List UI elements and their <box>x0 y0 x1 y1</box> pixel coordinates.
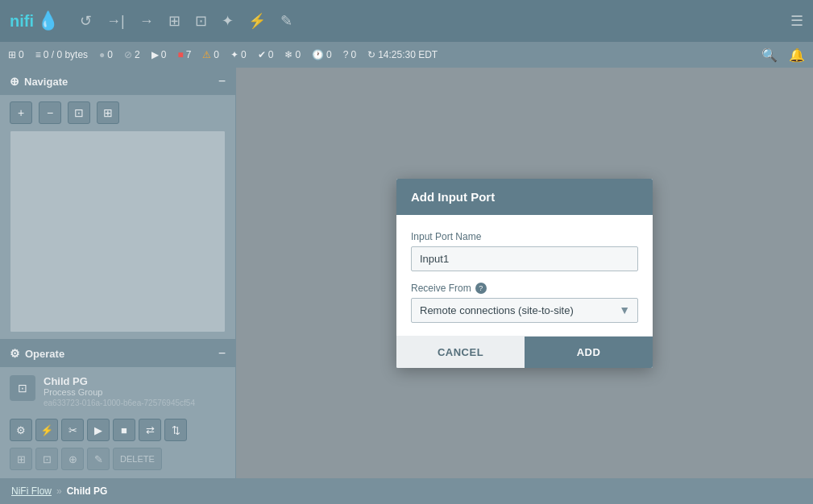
receive-from-label: Receive From ? <box>411 283 638 294</box>
modal-footer: CANCEL ADD <box>396 336 653 368</box>
enable-action-button[interactable]: ⚡ <box>35 419 58 441</box>
left-panel: ⊕ Navigate − + − ⊡ ⊞ ⚙ Operate − ⊡ <box>0 68 236 478</box>
operate-collapse-button[interactable]: − <box>218 346 226 361</box>
breadcrumb-current: Child PG <box>67 485 108 497</box>
grid-value: 0 <box>19 49 24 60</box>
status-stop: ■ 7 <box>177 49 191 60</box>
toolbar-port-icon[interactable]: ✦ <box>222 12 234 30</box>
add-input-port-modal: Add Input Port Input Port Name Receive F… <box>396 179 653 368</box>
navigate-controls: + − ⊡ ⊞ <box>0 95 235 130</box>
toolbar-menu[interactable]: ☰ <box>790 12 803 30</box>
start-action-button[interactable]: ▶ <box>87 419 110 441</box>
operate-item-name: Child PG <box>44 375 195 387</box>
operate-section: ⚙ Operate − ⊡ Child PG Process Group ea6… <box>0 339 235 478</box>
bytes-icon: ≡ <box>35 49 41 60</box>
copy-action-button[interactable]: ⊞ <box>10 448 32 470</box>
receive-from-select[interactable]: Remote connections (site-to-site) Local … <box>411 298 638 323</box>
clock-icon: 🕐 <box>312 49 324 60</box>
actual-size-button[interactable]: ⊞ <box>97 101 119 124</box>
stop-value: 7 <box>186 49 192 60</box>
port-name-input[interactable] <box>411 246 638 271</box>
operate-icon: ⚙ <box>10 347 20 360</box>
breadcrumb-root[interactable]: NiFi Flow <box>11 485 52 497</box>
running-icon: ● <box>99 49 105 60</box>
toolbar-template-icon[interactable]: ⊡ <box>195 12 207 30</box>
snowflake-value: 0 <box>295 49 301 60</box>
receive-from-help-icon[interactable]: ? <box>475 283 487 294</box>
operate-item: ⊡ Child PG Process Group ea633723-016a-1… <box>0 367 235 415</box>
zoom-in-button[interactable]: + <box>10 101 32 124</box>
bytes-value: 0 / 0 bytes <box>44 49 88 60</box>
logo-text: nifi <box>10 12 34 31</box>
question-icon: ? <box>343 49 349 60</box>
cancel-button[interactable]: CANCEL <box>396 337 525 368</box>
edit-action-button[interactable]: ✎ <box>87 448 110 470</box>
clock-value: 0 <box>326 49 332 60</box>
play-icon: ▶ <box>151 49 159 60</box>
paste-action-button[interactable]: ⊡ <box>35 448 58 470</box>
status-bytes: ≡ 0 / 0 bytes <box>35 49 88 60</box>
modal-overlay: Add Input Port Input Port Name Receive F… <box>236 68 813 478</box>
warn-icon: ⚠ <box>202 49 211 60</box>
receive-from-label-text: Receive From <box>411 283 471 294</box>
canvas-area: Add Input Port Input Port Name Receive F… <box>236 68 813 478</box>
stop-action-button[interactable]: ■ <box>113 419 135 441</box>
status-bar: ⊞ 0 ≡ 0 / 0 bytes ● 0 ⊘ 2 ▶ 0 ■ 7 ⚠ 0 ✦ … <box>0 42 813 68</box>
move-action-button[interactable]: ⇅ <box>164 419 187 441</box>
port-name-label: Input Port Name <box>411 231 638 242</box>
status-snowflake: ❄ 0 <box>284 49 301 60</box>
status-invalid: ✦ 0 <box>230 49 247 60</box>
delete-action-button[interactable]: DELETE <box>113 448 162 470</box>
check-value: 0 <box>268 49 274 60</box>
stopped-value: 2 <box>135 49 140 60</box>
check-icon: ✔ <box>258 49 266 60</box>
status-grid: ⊞ 0 <box>8 49 24 60</box>
fit-button[interactable]: ⊡ <box>68 101 90 124</box>
invalid-value: 0 <box>241 49 247 60</box>
app-logo: nifi 💧 <box>10 10 59 31</box>
toolbar-edit-icon[interactable]: ✎ <box>280 12 292 30</box>
port-name-label-text: Input Port Name <box>411 231 481 242</box>
status-time: ↻ 14:25:30 EDT <box>367 49 438 60</box>
status-check: ✔ 0 <box>258 49 274 60</box>
navigate-canvas <box>10 130 226 333</box>
play-value: 0 <box>161 49 167 60</box>
status-stopped: ⊘ 2 <box>124 49 140 60</box>
warn-value: 0 <box>214 49 219 60</box>
operate-panel-header: ⚙ Operate − <box>0 340 235 367</box>
settings-action-button[interactable]: ⚙ <box>10 419 32 441</box>
refresh-clock-icon: ↻ <box>367 49 375 60</box>
toolbar-download-icon[interactable]: → <box>139 13 154 30</box>
template-action-button[interactable]: ⇄ <box>139 419 161 441</box>
toolbar-flow-icon[interactable]: ⚡ <box>248 12 266 30</box>
toolbar-refresh-icon[interactable]: ↺ <box>80 12 92 30</box>
toolbar-upload-icon[interactable]: →| <box>106 13 125 30</box>
navigate-panel-title: Navigate <box>24 76 68 88</box>
hamburger-icon[interactable]: ☰ <box>790 13 803 29</box>
modal-header: Add Input Port <box>396 179 653 215</box>
status-running: ● 0 <box>99 49 113 60</box>
stopped-icon: ⊘ <box>124 49 132 60</box>
status-clock: 🕐 0 <box>312 49 332 60</box>
zoom-out-button[interactable]: − <box>39 101 61 124</box>
invalid-icon: ✦ <box>230 49 239 60</box>
navigate-collapse-button[interactable]: − <box>218 74 226 89</box>
toolbar-group-icon[interactable]: ⊞ <box>168 12 180 30</box>
process-group-icon: ⊡ <box>18 382 27 395</box>
notifications-icon[interactable]: 🔔 <box>789 48 805 63</box>
operate-item-type: Process Group <box>44 387 195 397</box>
breadcrumb-bar: NiFi Flow » Child PG <box>0 478 813 504</box>
logo-drop-icon: 💧 <box>37 10 59 31</box>
status-question: ? 0 <box>343 49 356 60</box>
time-value: 14:25:30 EDT <box>378 49 438 60</box>
operate-item-info: Child PG Process Group ea633723-016a-100… <box>44 375 195 407</box>
modal-body: Input Port Name Receive From ? Remote co… <box>396 215 653 336</box>
breadcrumb-separator: » <box>56 485 62 497</box>
modal-title: Add Input Port <box>411 190 495 204</box>
details-action-button[interactable]: ⊕ <box>61 448 84 470</box>
disable-action-button[interactable]: ✂ <box>61 419 84 441</box>
navigate-panel-header: ⊕ Navigate − <box>0 68 235 95</box>
receive-from-select-wrapper: Remote connections (site-to-site) Local … <box>411 298 638 323</box>
add-button[interactable]: ADD <box>525 337 653 368</box>
search-icon[interactable]: 🔍 <box>761 48 778 63</box>
